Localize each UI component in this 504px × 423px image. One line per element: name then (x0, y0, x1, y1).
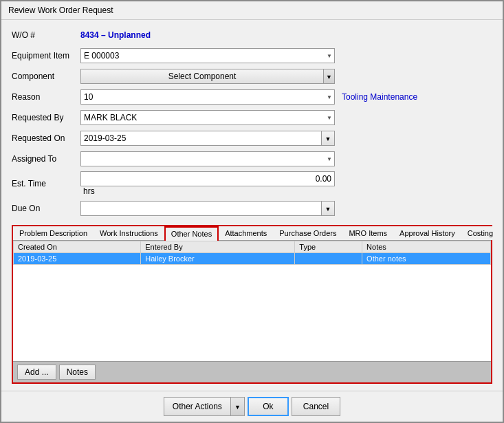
component-btn-row: Select Component ▼ (80, 69, 335, 84)
due-on-input[interactable] (80, 201, 322, 216)
tab-approval-history[interactable]: Approval History (393, 226, 461, 240)
requested-on-dropdown[interactable]: ▼ (322, 131, 335, 146)
requested-on-label: Requested On (12, 133, 80, 143)
requested-on-row: Requested On ▼ (12, 130, 492, 147)
component-row: Component Select Component ▼ (12, 68, 492, 85)
cell-type (295, 253, 362, 265)
reason-control: 10 (80, 89, 335, 105)
col-notes: Notes (362, 241, 491, 253)
other-actions-button[interactable]: Other Actions (164, 397, 231, 416)
due-on-label: Due On (12, 204, 80, 213)
cell-entered-by: Hailey Brocker (141, 253, 295, 265)
tab-work-instructions[interactable]: Work Instructions (94, 226, 164, 240)
requested-on-input[interactable] (80, 131, 322, 146)
assigned-to-select[interactable] (80, 151, 335, 166)
equipment-row: Equipment Item E 000003 (12, 47, 492, 64)
wo-row: W/O # 8434 – Unplanned (12, 27, 492, 43)
equipment-select-wrapper: E 000003 (80, 48, 335, 63)
wo-label: W/O # (12, 30, 80, 40)
requested-by-select[interactable]: MARK BLACK (80, 110, 335, 125)
due-on-dropdown[interactable]: ▼ (322, 201, 335, 216)
wo-value: 8434 – Unplanned (80, 30, 335, 40)
assigned-to-select-wrapper (80, 151, 335, 166)
est-time-input[interactable] (80, 171, 335, 186)
reason-select[interactable]: 10 (80, 89, 335, 105)
requested-on-control: ▼ (80, 131, 335, 146)
table-row[interactable]: 2019-03-25 Hailey Brocker Other notes (14, 253, 491, 265)
est-time-control: hrs (80, 171, 335, 196)
col-type: Type (295, 241, 362, 253)
cancel-button[interactable]: Cancel (292, 397, 340, 416)
assigned-to-control (80, 151, 335, 166)
equipment-label: Equipment Item (12, 51, 80, 61)
reason-row: Reason 10 Tooling Maintenance (12, 89, 492, 105)
due-on-row: Due On ▼ (12, 200, 492, 217)
equipment-select[interactable]: E 000003 (80, 48, 335, 63)
tab-mro-items[interactable]: MRO Items (342, 226, 393, 240)
requested-by-label: Requested By (12, 113, 80, 122)
component-dropdown-arrow[interactable]: ▼ (324, 69, 335, 84)
requested-on-date-row: ▼ (80, 131, 335, 146)
tab-table-area: Created On Entered By Type Notes 2019-03… (13, 241, 491, 361)
tooling-link[interactable]: Tooling Maintenance (342, 92, 417, 102)
select-component-button[interactable]: Select Component (80, 69, 324, 84)
cell-notes: Other notes (362, 253, 491, 265)
reason-select-wrapper: 10 (80, 89, 335, 105)
ok-button[interactable]: Ok (248, 397, 289, 416)
component-control: Select Component ▼ (80, 69, 335, 84)
est-time-label: Est. Time (12, 179, 80, 188)
wo-link[interactable]: 8434 – Unplanned (80, 30, 151, 40)
add-button[interactable]: Add ... (17, 365, 56, 380)
due-on-date-row: ▼ (80, 201, 335, 216)
tab-purchase-orders[interactable]: Purchase Orders (273, 226, 342, 240)
other-notes-table: Created On Entered By Type Notes 2019-03… (13, 241, 491, 265)
main-window: Review Work Order Request W/O # 8434 – U… (0, 0, 504, 423)
bottom-bar: Other Actions ▼ Ok Cancel (1, 391, 503, 422)
reason-label: Reason (12, 92, 80, 102)
tab-actions: Add ... Notes (13, 361, 491, 382)
est-time-unit: hrs (83, 186, 95, 196)
equipment-control: E 000003 (80, 48, 335, 63)
tab-attachments[interactable]: Attachments (219, 226, 273, 240)
est-time-row: Est. Time hrs (12, 171, 492, 196)
tab-problem-description[interactable]: Problem Description (13, 226, 94, 240)
assigned-to-row: Assigned To (12, 151, 492, 167)
other-actions-group: Other Actions ▼ (164, 397, 245, 416)
tab-costing[interactable]: Costing (461, 226, 499, 240)
assigned-to-label: Assigned To (12, 154, 80, 164)
requested-by-select-wrapper: MARK BLACK (80, 110, 335, 125)
due-on-control: ▼ (80, 201, 335, 216)
requested-by-row: Requested By MARK BLACK (12, 109, 492, 126)
col-entered-by: Entered By (141, 241, 295, 253)
requested-by-control: MARK BLACK (80, 110, 335, 125)
notes-button[interactable]: Notes (59, 365, 96, 380)
col-created-on: Created On (14, 241, 141, 253)
form-area: W/O # 8434 – Unplanned Equipment Item E … (1, 20, 503, 391)
title-bar: Review Work Order Request (1, 1, 503, 20)
cell-created-on: 2019-03-25 (14, 253, 141, 265)
window-title: Review Work Order Request (8, 6, 113, 15)
tabs-bar: Problem Description Work Instructions Ot… (13, 226, 491, 241)
other-actions-dropdown[interactable]: ▼ (231, 397, 245, 416)
tab-content: Created On Entered By Type Notes 2019-03… (13, 241, 491, 382)
tabs-section: Problem Description Work Instructions Ot… (12, 225, 492, 384)
component-label: Component (12, 72, 80, 81)
tab-other-notes[interactable]: Other Notes (164, 226, 219, 241)
